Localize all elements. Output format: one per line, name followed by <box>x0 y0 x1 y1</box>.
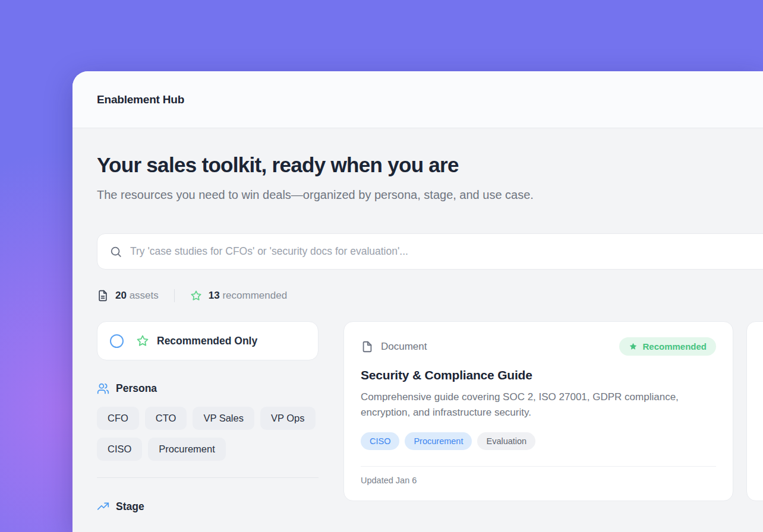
card-footer: Updated Jan 6 <box>361 466 716 498</box>
asset-card-partial-clipped[interactable] <box>746 321 763 501</box>
recommended-stat: 13 recommended <box>190 290 287 302</box>
recommended-badge-label: Recommended <box>642 341 707 352</box>
tag-ciso: CISO <box>361 432 399 450</box>
persona-chips: CFO CTO VP Sales VP Ops CISO Procurement <box>97 407 319 461</box>
card-type: Document <box>361 340 427 353</box>
persona-section-header: Persona <box>97 382 319 395</box>
content-layout: Recommended Only Persona CFO CTO VP Sale… <box>97 321 763 513</box>
page-title: Your sales toolkit, ready when you are <box>97 153 763 177</box>
filters-sidebar: Recommended Only Persona CFO CTO VP Sale… <box>97 321 319 513</box>
card-type-label: Document <box>381 341 427 353</box>
recommended-only-label: Recommended Only <box>157 335 257 347</box>
card-tags: CISO Procurement Evaluation <box>361 432 716 450</box>
star-icon <box>190 290 202 302</box>
recommended-label: recommended <box>222 290 287 301</box>
persona-chip-cto[interactable]: CTO <box>145 407 187 430</box>
persona-section-label: Persona <box>116 382 157 395</box>
recommended-badge: Recommended <box>619 337 716 356</box>
search-bar[interactable] <box>97 233 763 270</box>
star-icon <box>136 334 149 347</box>
recommended-only-toggle[interactable]: Recommended Only <box>97 321 319 360</box>
assets-count: 20 <box>115 290 127 301</box>
persona-chip-vp-ops[interactable]: VP Ops <box>260 407 316 430</box>
tag-evaluation: Evaluation <box>477 432 535 450</box>
file-icon <box>361 340 374 353</box>
trending-up-icon <box>97 501 109 513</box>
recommended-count: 13 <box>209 290 220 301</box>
file-text-icon <box>97 290 109 302</box>
panel-header: Enablement Hub <box>72 71 763 128</box>
main-content: Your sales toolkit, ready when you are T… <box>72 128 763 513</box>
app-title: Enablement Hub <box>97 93 184 106</box>
card-title: Security & Compliance Guide <box>361 368 716 382</box>
asset-cards: Document Recommended Security & Complian… <box>343 321 763 501</box>
card-top-row: Document Recommended <box>361 337 716 356</box>
star-filled-icon <box>629 342 638 351</box>
assets-stat: 20 assets <box>97 290 159 302</box>
sidebar-divider <box>97 477 319 478</box>
stats-divider <box>174 289 175 302</box>
search-icon <box>109 245 122 258</box>
stats-row: 20 assets 13 recommended <box>97 289 763 302</box>
persona-chip-ciso[interactable]: CISO <box>97 438 142 461</box>
persona-chip-vp-sales[interactable]: VP Sales <box>193 407 254 430</box>
stage-section-label: Stage <box>116 501 144 513</box>
persona-chip-procurement[interactable]: Procurement <box>148 438 225 461</box>
assets-label: assets <box>130 290 159 301</box>
persona-chip-cfo[interactable]: CFO <box>97 407 139 430</box>
users-icon <box>97 382 109 395</box>
main-panel: Enablement Hub Your sales toolkit, ready… <box>72 71 763 532</box>
stage-section-header: Stage <box>97 501 319 513</box>
page-subtitle: The resources you need to win deals—orga… <box>97 186 584 204</box>
radio-circle-icon[interactable] <box>110 334 124 348</box>
tag-procurement: Procurement <box>405 432 472 450</box>
search-input[interactable] <box>130 245 762 258</box>
asset-card-security-compliance-guide[interactable]: Document Recommended Security & Complian… <box>343 321 733 501</box>
card-description: Comprehensive guide covering SOC 2, ISO … <box>361 390 708 421</box>
